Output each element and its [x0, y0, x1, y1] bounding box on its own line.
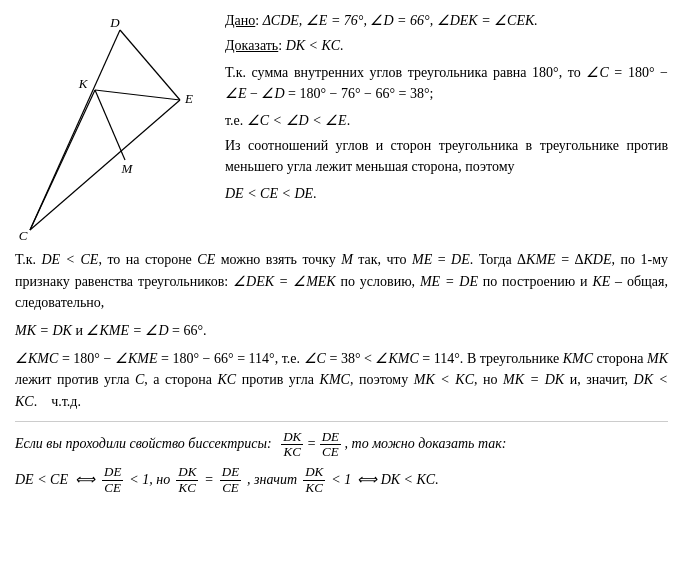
final-proof-section: DE < CE ⟺ DE CE < 1, но DK KC = DE CE , …: [15, 465, 668, 495]
svg-line-1: [120, 30, 180, 100]
full-proof-section: Т.к. DE < CE, то на стороне CE можно взя…: [15, 249, 668, 495]
paragraph1-text: Т.к. сумма внутренних углов треугольника…: [225, 62, 668, 104]
geometry-diagram: D E C K M: [15, 15, 210, 245]
section-kmc: ∠KMC = 180° − ∠KME = 180° − 66° = 114°, …: [15, 348, 668, 413]
diagram-panel: D E C K M: [15, 10, 215, 249]
bisector-fraction2: DE CE: [320, 430, 341, 460]
prove-text: DK < KC.: [286, 38, 344, 53]
final-frac2: DK KC: [176, 465, 198, 495]
paragraph4-text: ∠KMC = 180° − ∠KME = 180° − 66° = 114°, …: [15, 348, 668, 413]
svg-text:M: M: [121, 161, 134, 176]
prove-label: Доказать: [225, 38, 278, 53]
final-frac4: DK KC: [303, 465, 325, 495]
mk-dk-equation: MK = DK и ∠KME = ∠D = 66°.: [15, 320, 668, 342]
side-inequality: DE < CE < DE.: [225, 183, 668, 204]
given-block: Дано: ΔCDE, ∠E = 76°, ∠D = 66°, ∠DEK = ∠…: [225, 10, 668, 56]
section-divider: [15, 421, 668, 422]
given-label: Дано: [225, 13, 255, 28]
paragraph1-block: Т.к. сумма внутренних углов треугольника…: [225, 62, 668, 204]
bisector-intro: Если вы проходили свойство биссектрисы: …: [15, 430, 668, 460]
prove-line: Доказать: DK < KC.: [225, 35, 668, 56]
svg-text:E: E: [184, 91, 193, 106]
bisector-fraction1: DK KC: [281, 430, 303, 460]
bisector-section: Если вы проходили свойство биссектрисы: …: [15, 430, 668, 460]
final-frac3: DE CE: [220, 465, 241, 495]
proof-text-panel: Дано: ΔCDE, ∠E = 76°, ∠D = 66°, ∠DEK = ∠…: [215, 10, 668, 249]
svg-line-3: [30, 90, 95, 230]
svg-line-4: [95, 90, 180, 100]
svg-text:C: C: [19, 228, 28, 243]
paragraph2-text: Из соотношений углов и сторон треугольни…: [225, 135, 668, 177]
svg-text:D: D: [109, 15, 120, 30]
main-container: D E C K M Дано: ΔCDE, ∠E = 76°, ∠D = 66°…: [15, 10, 668, 249]
final-frac1: DE CE: [102, 465, 123, 495]
svg-line-5: [95, 90, 125, 160]
svg-line-2: [30, 100, 180, 230]
svg-text:K: K: [78, 76, 89, 91]
angle-inequality-text: т.е. ∠C < ∠D < ∠E.: [225, 110, 668, 131]
given-text: ΔCDE, ∠E = 76°, ∠D = 66°, ∠DEK = ∠CEK.: [263, 13, 538, 28]
final-proof-line: DE < CE ⟺ DE CE < 1, но DK KC = DE CE , …: [15, 465, 668, 495]
paragraph3-text: Т.к. DE < CE, то на стороне CE можно взя…: [15, 249, 668, 314]
given-line: Дано: ΔCDE, ∠E = 76°, ∠D = 66°, ∠DEK = ∠…: [225, 10, 668, 31]
section-km: Т.к. DE < CE, то на стороне CE можно взя…: [15, 249, 668, 342]
